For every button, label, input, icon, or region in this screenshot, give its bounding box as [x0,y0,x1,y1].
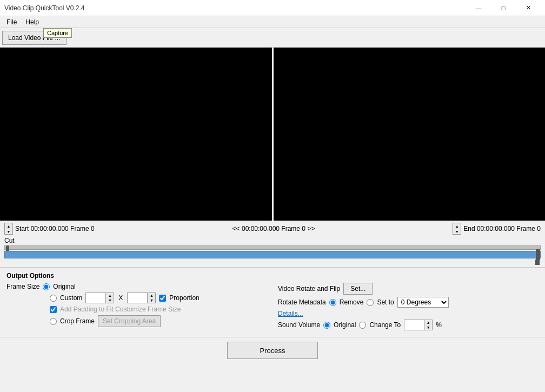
proportion-label: Proportion [169,294,199,302]
end-timecode: End 00:00:00.000 Frame 0 [463,225,541,232]
end-timecode-group: ▲ ▼ End 00:00:00.000 Frame 0 [453,223,541,235]
cut-slider-thin[interactable] [4,245,541,250]
process-area: Process [0,337,545,363]
start-timecode-group: ▲ ▼ Start 00:00:00.000 Frame 0 [4,223,95,235]
sound-volume-label: Sound Volume [278,321,320,329]
cut-slider-right-handle[interactable] [536,249,540,260]
percent-label: % [436,321,442,329]
capture-tooltip: Capture [43,28,72,38]
cut-slider-bottom [4,260,541,265]
cut-bottom-handle[interactable] [535,260,540,265]
volume-input-group: 100 ▲ ▼ [404,320,433,330]
width-spin-down[interactable]: ▼ [106,298,114,303]
original-sound-label: Original [334,321,356,329]
add-padding-label: Add Padding to Fit Customize Frame Size [60,305,181,313]
output-title: Output Options [6,272,539,280]
output-options: Output Options Frame Size Original Custo… [0,268,545,337]
window-controls: — □ ✕ [466,0,541,16]
start-timecode: Start 00:00:00.000 Frame 0 [15,225,95,232]
timecode-row: ▲ ▼ Start 00:00:00.000 Frame 0 << 00:00:… [4,223,541,235]
proportion-checkbox[interactable] [159,295,166,302]
custom-radio[interactable] [50,295,57,302]
details-row: Details... [278,310,539,317]
menu-help[interactable]: Help [21,17,43,27]
start-spinner[interactable]: ▲ ▼ [4,223,13,235]
video-panel-left [0,48,274,221]
title-bar: Video Clip QuickTool V0.2.4 — □ ✕ [0,0,545,16]
sound-volume-row: Sound Volume Original Change To 100 ▲ ▼ … [278,320,539,330]
width-spin-up[interactable]: ▲ [106,293,114,298]
center-timecode: << 00:00:00.000 Frame 0 >> [95,225,453,232]
start-spin-down[interactable]: ▼ [5,229,12,234]
add-padding-row: Add Padding to Fit Customize Frame Size [50,305,267,313]
menu-file[interactable]: File [2,17,21,27]
left-options: Frame Size Original Custom 480 ▲ ▼ X [6,283,267,333]
timeline-area: ▲ ▼ Start 00:00:00.000 Frame 0 << 00:00:… [0,221,545,268]
options-layout: Frame Size Original Custom 480 ▲ ▼ X [6,283,539,333]
crop-frame-label: Crop Frame [60,317,95,325]
original-label: Original [53,283,75,290]
change-to-label: Change To [369,321,401,329]
maximize-button[interactable]: □ [491,0,516,16]
width-spinner[interactable]: ▲ ▼ [105,293,114,303]
start-spin-up[interactable]: ▲ [5,223,12,229]
details-link[interactable]: Details... [278,310,303,317]
frame-size-row: Frame Size Original [6,283,267,290]
rotate-metadata-label: Rotate Metadata [278,298,326,306]
width-input[interactable]: 480 [86,293,105,303]
menu-bar: File Help [0,16,545,28]
height-input[interactable]: 320 [128,293,147,303]
width-input-group: 480 ▲ ▼ [85,293,114,303]
volume-input[interactable]: 100 [404,320,424,330]
video-rotate-label: Video Rotate and Flip [278,285,340,293]
change-to-radio[interactable] [359,322,366,329]
video-panel-right [274,48,546,221]
crop-frame-row: Crop Frame Set Cropping Area [50,315,267,327]
crop-frame-radio[interactable] [50,318,57,325]
window-title: Video Clip QuickTool V0.2.4 [4,4,466,12]
cut-slider-handle[interactable] [6,245,9,251]
close-button[interactable]: ✕ [516,0,541,16]
end-spinner[interactable]: ▲ ▼ [453,223,461,235]
remove-label: Remove [340,298,364,306]
height-spinner[interactable]: ▲ ▼ [147,293,155,303]
cut-label: Cut [4,237,541,244]
set-cropping-area-button[interactable]: Set Cropping Area [98,315,161,327]
rotate-set-button[interactable]: Set... [343,283,373,295]
add-padding-checkbox[interactable] [50,306,57,313]
volume-spin-up[interactable]: ▲ [424,320,432,325]
custom-label: Custom [60,294,82,302]
custom-row: Custom 480 ▲ ▼ X 320 ▲ ▼ [50,293,267,303]
minimize-button[interactable]: — [466,0,491,16]
process-button[interactable]: Process [227,342,318,359]
frame-size-label: Frame Size [6,283,39,290]
original-radio[interactable] [43,283,50,290]
volume-spinner[interactable]: ▲ ▼ [424,320,432,330]
rotate-metadata-row: Rotate Metadata Remove Set to 0 Degrees … [278,297,539,308]
set-to-radio[interactable] [367,299,374,306]
degrees-select[interactable]: 0 Degrees 90 Degrees 180 Degrees 270 Deg… [397,297,449,308]
cut-slider-blue[interactable] [4,251,541,258]
remove-radio[interactable] [329,299,336,306]
end-spin-down[interactable]: ▼ [453,229,461,234]
original-sound-radio[interactable] [323,322,330,329]
right-options: Video Rotate and Flip Set... Rotate Meta… [278,283,539,333]
end-spin-up[interactable]: ▲ [453,223,461,229]
video-rotate-row: Video Rotate and Flip Set... [278,283,539,295]
x-separator: X [118,294,123,302]
height-spin-down[interactable]: ▼ [148,298,155,303]
height-spin-up[interactable]: ▲ [148,293,155,298]
toolbar: Load Video File ... Capture [0,28,545,48]
set-to-label: Set to [377,298,394,306]
height-input-group: 320 ▲ ▼ [127,293,156,303]
volume-spin-down[interactable]: ▼ [424,325,432,330]
video-area [0,48,545,221]
